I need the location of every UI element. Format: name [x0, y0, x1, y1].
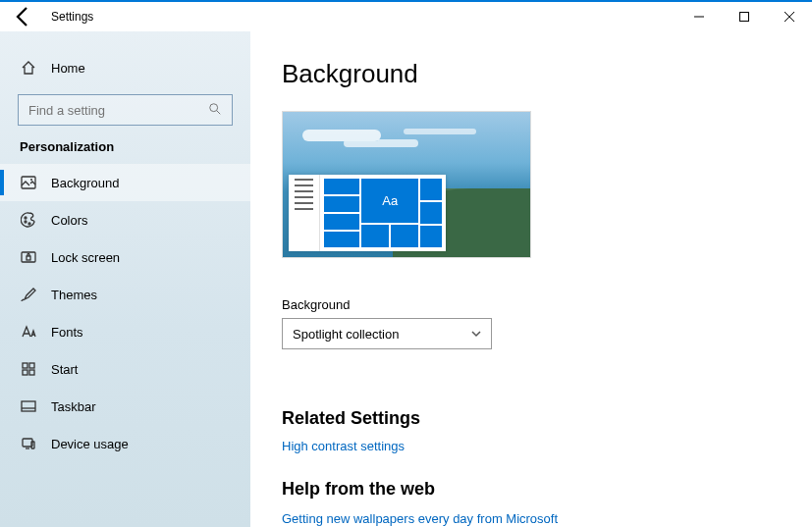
- desktop-preview-overlay: Aa: [289, 175, 446, 251]
- help-link-wallpapers[interactable]: Getting new wallpapers every day from Mi…: [282, 511, 781, 526]
- lock-icon: [20, 248, 37, 266]
- font-icon: [20, 323, 37, 341]
- nav-start[interactable]: Start: [0, 350, 250, 388]
- page-title: Background: [282, 59, 781, 89]
- nav-device-usage[interactable]: Device usage: [0, 425, 250, 462]
- nav-themes[interactable]: Themes: [0, 276, 250, 313]
- nav-label: Fonts: [51, 325, 83, 340]
- search-icon: [208, 102, 222, 119]
- svg-rect-8: [27, 256, 30, 260]
- nav-label: Background: [51, 176, 119, 190]
- home-label: Home: [51, 61, 85, 76]
- background-preview: Aa: [282, 111, 531, 258]
- back-button[interactable]: [12, 5, 35, 28]
- taskbar-icon: [20, 397, 37, 415]
- chevron-down-icon: [471, 327, 481, 342]
- nav-background[interactable]: Background: [0, 164, 250, 201]
- close-button[interactable]: [767, 2, 812, 31]
- nav-label: Device usage: [51, 437, 129, 451]
- settings-window: Settings Home Personali: [0, 0, 812, 527]
- sidebar: Home Personalization Background Colors: [0, 31, 250, 527]
- related-settings-heading: Related Settings: [282, 408, 781, 429]
- help-heading: Help from the web: [282, 479, 781, 500]
- nav-label: Start: [51, 362, 78, 377]
- section-header: Personalization: [0, 139, 250, 164]
- preview-tile-aa: Aa: [361, 179, 418, 223]
- nav-label: Lock screen: [51, 250, 120, 265]
- search-box[interactable]: [18, 94, 233, 126]
- window-title: Settings: [51, 10, 93, 24]
- usage-icon: [20, 435, 37, 452]
- nav-label: Themes: [51, 288, 97, 302]
- palette-icon: [20, 211, 37, 229]
- svg-rect-13: [22, 401, 35, 411]
- background-select[interactable]: Spotlight collection: [282, 318, 492, 349]
- search-input[interactable]: [28, 103, 208, 118]
- minimize-button[interactable]: [677, 2, 722, 31]
- high-contrast-link[interactable]: High contrast settings: [282, 439, 781, 453]
- svg-rect-10: [29, 363, 34, 368]
- home-icon: [20, 59, 37, 77]
- nav-label: Colors: [51, 213, 88, 228]
- nav-lockscreen[interactable]: Lock screen: [0, 238, 250, 276]
- svg-point-1: [210, 103, 218, 111]
- titlebar: Settings: [0, 2, 812, 31]
- brush-icon: [20, 286, 37, 303]
- grid-icon: [20, 360, 37, 378]
- svg-rect-11: [23, 370, 27, 375]
- picture-icon: [20, 174, 37, 191]
- svg-rect-0: [740, 13, 749, 22]
- home-button[interactable]: Home: [0, 49, 250, 86]
- maximize-button[interactable]: [722, 2, 767, 31]
- svg-point-3: [30, 179, 32, 181]
- svg-rect-12: [29, 370, 34, 375]
- svg-point-6: [28, 223, 30, 225]
- nav-colors[interactable]: Colors: [0, 201, 250, 238]
- nav-label: Taskbar: [51, 399, 96, 414]
- nav-taskbar[interactable]: Taskbar: [0, 388, 250, 425]
- background-select-value: Spotlight collection: [293, 327, 399, 342]
- svg-point-4: [25, 217, 27, 219]
- svg-point-5: [25, 221, 27, 223]
- background-field-label: Background: [282, 297, 781, 312]
- svg-rect-9: [23, 363, 27, 368]
- nav-fonts[interactable]: Fonts: [0, 313, 250, 350]
- content: Background: [250, 31, 812, 527]
